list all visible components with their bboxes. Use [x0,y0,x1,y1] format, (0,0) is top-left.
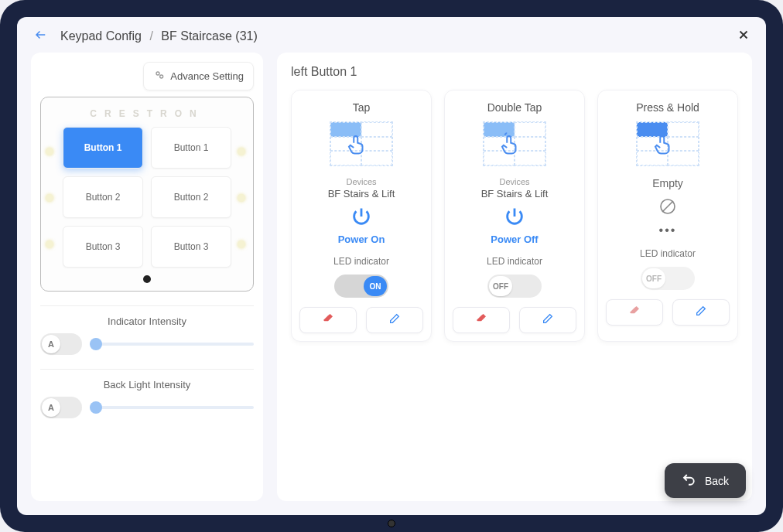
breadcrumb: Keypad Config / BF Staircase (31) [60,29,258,43]
card-title: Tap [353,101,371,114]
empty-label: Empty [652,177,683,189]
led-indicator-label: LED indicator [487,256,542,267]
edit-button[interactable] [519,307,576,333]
toggle-knob: OFF [489,276,512,296]
led-toggle: OFF [641,267,695,290]
led-toggle[interactable]: OFF [487,275,542,298]
devices-label: Devices [499,177,529,186]
keypad-panel: Advance Setting CRESTRON [31,53,263,501]
action-text: Power On [338,234,385,245]
keypad-button-3-right[interactable]: Button 3 [151,226,231,268]
indicator-auto-toggle[interactable]: A [40,333,82,355]
keypad-button-1-left[interactable]: Button 1 [63,127,143,169]
hand-tap-icon [345,132,368,159]
device-name: BF Stairs & Lift [481,188,549,200]
tap-illustration [330,121,393,166]
backlight-intensity-slider[interactable] [90,406,254,409]
delete-button[interactable] [299,307,357,333]
svg-point-0 [156,72,159,75]
power-icon [350,206,372,230]
led-indicator-label: LED indicator [640,248,696,259]
device-name: BF Stairs & Lift [328,188,395,200]
led-column-right [238,128,248,268]
press-hold-illustration [636,121,699,166]
slider-thumb[interactable] [90,338,102,350]
led-toggle[interactable]: ON [334,275,388,298]
eraser-icon [322,312,334,328]
keypad-button-2-right[interactable]: Button 2 [151,176,231,218]
keypad-button-3-left[interactable]: Button 3 [63,226,143,268]
pencil-icon [388,312,401,328]
auto-badge: A [42,398,60,417]
toggle-knob: OFF [642,268,665,288]
delete-button[interactable] [606,299,663,326]
hand-double-tap-icon [498,132,521,159]
tablet-camera [388,520,395,527]
keypad-button-1-right[interactable]: Button 1 [151,127,231,169]
devices-label: Devices [346,177,376,186]
delete-button[interactable] [453,307,510,333]
panel-title: left Button 1 [291,65,738,79]
led-dot [238,240,245,248]
breadcrumb-root[interactable]: Keypad Config [60,29,142,43]
led-dot [46,240,53,248]
breadcrumb-leaf: BF Staircase (31) [161,29,257,43]
edit-button[interactable] [366,307,423,333]
close-icon[interactable] [737,28,751,45]
eraser-icon [628,305,641,320]
double-tap-illustration [483,121,546,166]
advance-setting-label: Advance Setting [170,70,244,82]
header-bar: Keypad Config / BF Staircase (31) [17,17,766,53]
action-card-press-hold: Press & Hold Empty ••• LED indicato [597,90,738,342]
backlight-intensity-label: Back Light Intensity [40,379,254,390]
more-icon[interactable]: ••• [659,223,677,237]
pager-dot[interactable] [143,275,151,283]
action-text: Power Off [491,234,538,245]
pencil-icon [695,305,707,320]
led-dot [238,148,245,155]
indicator-intensity-label: Indicator Intensity [40,315,254,327]
slider-thumb[interactable] [90,401,102,414]
led-dot [46,148,53,155]
back-label: Back [705,475,729,487]
back-button[interactable]: Back [665,463,746,498]
empty-icon [658,197,677,219]
toggle-knob: ON [364,276,387,296]
action-card-double-tap: Double Tap Devices BF Stairs & Lift [444,90,585,342]
indicator-intensity-slider[interactable] [90,343,254,346]
back-arrow-icon[interactable] [32,28,50,45]
gear-icon [153,69,166,84]
undo-icon [682,472,696,489]
card-title: Double Tap [487,101,542,114]
led-dot [46,194,53,202]
backlight-auto-toggle[interactable]: A [40,397,82,418]
led-indicator-label: LED indicator [333,256,389,267]
keypad-preview: CRESTRON Button 1 Button 1 Button 2 Butt… [40,97,254,292]
auto-badge: A [42,335,60,353]
card-title: Press & Hold [636,101,699,114]
brand-label: CRESTRON [49,108,245,119]
pager [49,275,245,283]
led-dot [238,194,245,202]
advance-setting-button[interactable]: Advance Setting [143,62,254,90]
edit-button[interactable] [672,299,730,326]
power-icon [504,206,525,230]
eraser-icon [475,312,487,328]
keypad-button-2-left[interactable]: Button 2 [63,176,143,218]
pencil-icon [542,312,554,328]
action-card-tap: Tap Devices BF Stairs & Lift Power [291,90,432,342]
action-panel: left Button 1 Tap Devices BF Stairs & Li… [277,53,752,501]
breadcrumb-sep: / [149,29,152,43]
svg-point-1 [160,75,163,78]
hand-hold-icon [651,132,675,159]
led-column-left [46,128,56,268]
